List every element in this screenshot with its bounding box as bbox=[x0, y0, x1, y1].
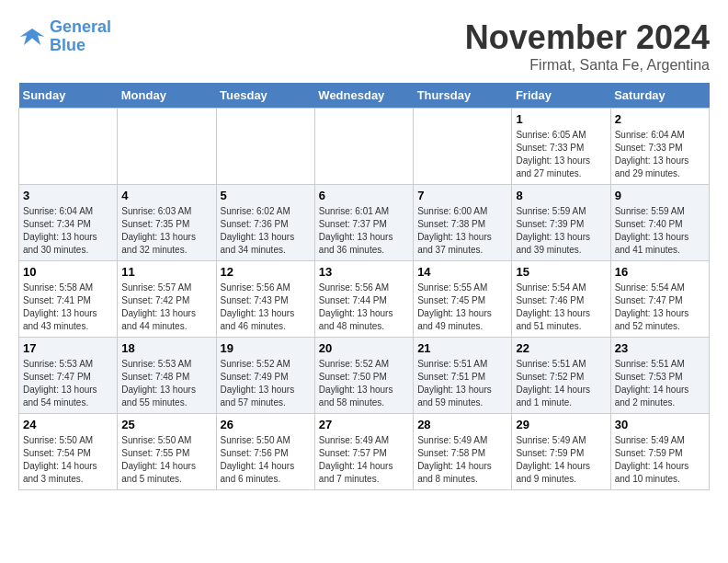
calendar-cell: 4Sunrise: 6:03 AM Sunset: 7:35 PM Daylig… bbox=[118, 185, 216, 261]
day-number: 5 bbox=[221, 189, 311, 202]
logo-text: General Blue bbox=[50, 18, 111, 55]
calendar-cell: 27Sunrise: 5:49 AM Sunset: 7:57 PM Dayli… bbox=[314, 414, 413, 490]
day-info: Sunrise: 6:05 AM Sunset: 7:33 PM Dayligh… bbox=[516, 129, 606, 180]
col-wednesday: Wednesday bbox=[314, 83, 413, 109]
day-info: Sunrise: 6:04 AM Sunset: 7:34 PM Dayligh… bbox=[23, 205, 113, 257]
day-info: Sunrise: 5:56 AM Sunset: 7:44 PM Dayligh… bbox=[319, 282, 409, 333]
week-row-4: 17Sunrise: 5:53 AM Sunset: 7:47 PM Dayli… bbox=[19, 338, 710, 414]
day-number: 18 bbox=[121, 341, 211, 355]
calendar-cell: 14Sunrise: 5:55 AM Sunset: 7:45 PM Dayli… bbox=[414, 261, 512, 338]
day-info: Sunrise: 5:49 AM Sunset: 7:59 PM Dayligh… bbox=[615, 434, 705, 486]
calendar-cell: 16Sunrise: 5:54 AM Sunset: 7:47 PM Dayli… bbox=[610, 261, 709, 338]
calendar-cell bbox=[118, 109, 216, 185]
day-number: 1 bbox=[516, 112, 606, 126]
week-row-1: 1Sunrise: 6:05 AM Sunset: 7:33 PM Daylig… bbox=[19, 109, 710, 185]
calendar-cell: 19Sunrise: 5:52 AM Sunset: 7:49 PM Dayli… bbox=[216, 338, 314, 414]
calendar-body: 1Sunrise: 6:05 AM Sunset: 7:33 PM Daylig… bbox=[19, 109, 710, 490]
day-number: 4 bbox=[121, 189, 211, 202]
calendar-cell bbox=[216, 109, 314, 185]
week-row-2: 3Sunrise: 6:04 AM Sunset: 7:34 PM Daylig… bbox=[19, 185, 710, 261]
day-number: 25 bbox=[121, 418, 211, 431]
day-info: Sunrise: 5:49 AM Sunset: 7:57 PM Dayligh… bbox=[319, 434, 409, 486]
calendar-cell: 3Sunrise: 6:04 AM Sunset: 7:34 PM Daylig… bbox=[19, 185, 118, 261]
day-info: Sunrise: 5:57 AM Sunset: 7:42 PM Dayligh… bbox=[121, 282, 211, 333]
day-number: 14 bbox=[417, 265, 507, 279]
day-number: 7 bbox=[417, 189, 507, 202]
day-number: 29 bbox=[516, 418, 606, 431]
calendar-cell: 28Sunrise: 5:49 AM Sunset: 7:58 PM Dayli… bbox=[414, 414, 512, 490]
day-number: 19 bbox=[221, 341, 311, 355]
calendar-cell: 12Sunrise: 5:56 AM Sunset: 7:43 PM Dayli… bbox=[216, 261, 314, 338]
day-info: Sunrise: 5:56 AM Sunset: 7:43 PM Dayligh… bbox=[221, 282, 311, 333]
week-row-3: 10Sunrise: 5:58 AM Sunset: 7:41 PM Dayli… bbox=[19, 261, 710, 338]
day-number: 16 bbox=[615, 265, 705, 279]
day-info: Sunrise: 5:50 AM Sunset: 7:55 PM Dayligh… bbox=[121, 434, 211, 486]
day-number: 24 bbox=[23, 418, 113, 431]
day-info: Sunrise: 5:59 AM Sunset: 7:39 PM Dayligh… bbox=[516, 205, 606, 257]
day-info: Sunrise: 5:51 AM Sunset: 7:53 PM Dayligh… bbox=[615, 358, 705, 409]
day-number: 20 bbox=[319, 341, 409, 355]
col-friday: Friday bbox=[512, 83, 610, 109]
calendar-cell bbox=[414, 109, 512, 185]
day-number: 8 bbox=[516, 189, 606, 202]
page-header: General Blue November 2024 Firmat, Santa… bbox=[18, 18, 710, 74]
day-info: Sunrise: 6:01 AM Sunset: 7:37 PM Dayligh… bbox=[319, 205, 409, 257]
day-info: Sunrise: 5:51 AM Sunset: 7:52 PM Dayligh… bbox=[516, 358, 606, 409]
calendar-cell: 10Sunrise: 5:58 AM Sunset: 7:41 PM Dayli… bbox=[19, 261, 118, 338]
day-number: 12 bbox=[221, 265, 311, 279]
day-info: Sunrise: 5:53 AM Sunset: 7:48 PM Dayligh… bbox=[121, 358, 211, 409]
day-info: Sunrise: 6:00 AM Sunset: 7:38 PM Dayligh… bbox=[417, 205, 507, 257]
day-number: 27 bbox=[319, 418, 409, 431]
col-thursday: Thursday bbox=[414, 83, 512, 109]
col-tuesday: Tuesday bbox=[216, 83, 314, 109]
calendar-cell: 23Sunrise: 5:51 AM Sunset: 7:53 PM Dayli… bbox=[610, 338, 709, 414]
day-info: Sunrise: 5:58 AM Sunset: 7:41 PM Dayligh… bbox=[23, 282, 113, 333]
logo-icon bbox=[18, 23, 46, 51]
calendar-cell: 29Sunrise: 5:49 AM Sunset: 7:59 PM Dayli… bbox=[512, 414, 610, 490]
day-number: 17 bbox=[23, 341, 113, 355]
day-info: Sunrise: 5:50 AM Sunset: 7:56 PM Dayligh… bbox=[221, 434, 311, 486]
day-number: 10 bbox=[23, 265, 113, 279]
calendar-cell bbox=[314, 109, 413, 185]
col-monday: Monday bbox=[118, 83, 216, 109]
logo-line2: Blue bbox=[50, 36, 85, 54]
day-number: 26 bbox=[221, 418, 311, 431]
day-number: 30 bbox=[615, 418, 705, 431]
month-title: November 2024 bbox=[465, 18, 710, 57]
day-info: Sunrise: 5:52 AM Sunset: 7:49 PM Dayligh… bbox=[221, 358, 311, 409]
day-number: 21 bbox=[417, 341, 507, 355]
day-info: Sunrise: 5:49 AM Sunset: 7:58 PM Dayligh… bbox=[417, 434, 507, 486]
header-row: Sunday Monday Tuesday Wednesday Thursday… bbox=[19, 83, 710, 109]
calendar-table: Sunday Monday Tuesday Wednesday Thursday… bbox=[18, 83, 710, 490]
title-area: November 2024 Firmat, Santa Fe, Argentin… bbox=[465, 18, 710, 74]
calendar-cell: 18Sunrise: 5:53 AM Sunset: 7:48 PM Dayli… bbox=[118, 338, 216, 414]
day-info: Sunrise: 5:51 AM Sunset: 7:51 PM Dayligh… bbox=[417, 358, 507, 409]
svg-marker-0 bbox=[20, 29, 45, 45]
day-number: 22 bbox=[516, 341, 606, 355]
week-row-5: 24Sunrise: 5:50 AM Sunset: 7:54 PM Dayli… bbox=[19, 414, 710, 490]
calendar-cell: 5Sunrise: 6:02 AM Sunset: 7:36 PM Daylig… bbox=[216, 185, 314, 261]
calendar-cell: 30Sunrise: 5:49 AM Sunset: 7:59 PM Dayli… bbox=[610, 414, 709, 490]
day-info: Sunrise: 5:59 AM Sunset: 7:40 PM Dayligh… bbox=[615, 205, 705, 257]
day-info: Sunrise: 5:54 AM Sunset: 7:47 PM Dayligh… bbox=[615, 282, 705, 333]
calendar-cell: 2Sunrise: 6:04 AM Sunset: 7:33 PM Daylig… bbox=[610, 109, 709, 185]
day-number: 6 bbox=[319, 189, 409, 202]
calendar-cell: 8Sunrise: 5:59 AM Sunset: 7:39 PM Daylig… bbox=[512, 185, 610, 261]
calendar-cell: 17Sunrise: 5:53 AM Sunset: 7:47 PM Dayli… bbox=[19, 338, 118, 414]
day-info: Sunrise: 5:50 AM Sunset: 7:54 PM Dayligh… bbox=[23, 434, 113, 486]
day-info: Sunrise: 5:55 AM Sunset: 7:45 PM Dayligh… bbox=[417, 282, 507, 333]
calendar-cell: 26Sunrise: 5:50 AM Sunset: 7:56 PM Dayli… bbox=[216, 414, 314, 490]
day-number: 2 bbox=[615, 112, 705, 126]
calendar-cell: 21Sunrise: 5:51 AM Sunset: 7:51 PM Dayli… bbox=[414, 338, 512, 414]
calendar-cell: 6Sunrise: 6:01 AM Sunset: 7:37 PM Daylig… bbox=[314, 185, 413, 261]
calendar-cell: 15Sunrise: 5:54 AM Sunset: 7:46 PM Dayli… bbox=[512, 261, 610, 338]
calendar-cell: 24Sunrise: 5:50 AM Sunset: 7:54 PM Dayli… bbox=[19, 414, 118, 490]
day-number: 28 bbox=[417, 418, 507, 431]
col-saturday: Saturday bbox=[610, 83, 709, 109]
day-number: 13 bbox=[319, 265, 409, 279]
day-info: Sunrise: 5:53 AM Sunset: 7:47 PM Dayligh… bbox=[23, 358, 113, 409]
calendar-cell: 20Sunrise: 5:52 AM Sunset: 7:50 PM Dayli… bbox=[314, 338, 413, 414]
logo-line1: General bbox=[50, 17, 111, 36]
calendar-cell: 25Sunrise: 5:50 AM Sunset: 7:55 PM Dayli… bbox=[118, 414, 216, 490]
day-info: Sunrise: 6:03 AM Sunset: 7:35 PM Dayligh… bbox=[121, 205, 211, 257]
